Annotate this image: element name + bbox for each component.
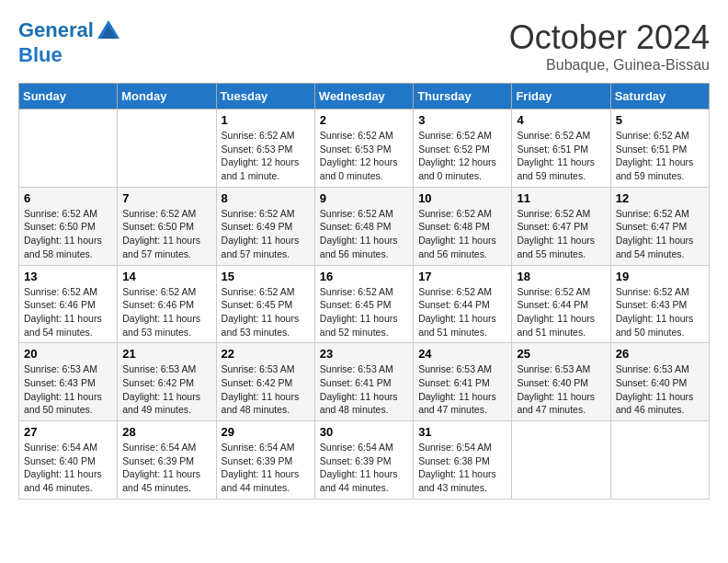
- day-number: 7: [122, 191, 210, 205]
- calendar-cell: 24Sunrise: 6:53 AMSunset: 6:41 PMDayligh…: [414, 343, 512, 421]
- day-number: 5: [616, 113, 704, 127]
- col-friday: Friday: [512, 84, 610, 109]
- calendar-cell: 8Sunrise: 6:52 AMSunset: 6:49 PMDaylight…: [216, 187, 314, 265]
- day-info: Sunrise: 6:54 AMSunset: 6:39 PMDaylight:…: [320, 441, 408, 495]
- calendar-cell: 20Sunrise: 6:53 AMSunset: 6:43 PMDayligh…: [19, 343, 118, 421]
- day-number: 29: [222, 425, 310, 439]
- col-wednesday: Wednesday: [314, 84, 413, 109]
- day-info: Sunrise: 6:52 AMSunset: 6:45 PMDaylight:…: [320, 285, 408, 339]
- day-number: 14: [122, 270, 210, 283]
- day-info: Sunrise: 6:52 AMSunset: 6:53 PMDaylight:…: [222, 129, 310, 183]
- calendar-table: Sunday Monday Tuesday Wednesday Thursday…: [18, 83, 710, 500]
- day-info: Sunrise: 6:52 AMSunset: 6:46 PMDaylight:…: [122, 285, 210, 339]
- month-title: October 2024: [509, 18, 710, 57]
- calendar-cell: 21Sunrise: 6:53 AMSunset: 6:42 PMDayligh…: [118, 343, 216, 421]
- calendar-week-5: 27Sunrise: 6:54 AMSunset: 6:40 PMDayligh…: [19, 421, 710, 500]
- calendar-cell: 10Sunrise: 6:52 AMSunset: 6:48 PMDayligh…: [414, 187, 512, 265]
- calendar-week-2: 6Sunrise: 6:52 AMSunset: 6:50 PMDaylight…: [19, 187, 710, 265]
- col-monday: Monday: [118, 84, 216, 109]
- calendar-cell: 15Sunrise: 6:52 AMSunset: 6:45 PMDayligh…: [216, 265, 314, 343]
- calendar-cell: 31Sunrise: 6:54 AMSunset: 6:38 PMDayligh…: [414, 421, 512, 500]
- day-info: Sunrise: 6:52 AMSunset: 6:50 PMDaylight:…: [24, 207, 112, 261]
- day-number: 20: [24, 347, 112, 361]
- day-number: 6: [24, 191, 112, 205]
- day-number: 18: [517, 270, 605, 283]
- calendar-cell: 1Sunrise: 6:52 AMSunset: 6:53 PMDaylight…: [216, 109, 314, 188]
- day-info: Sunrise: 6:53 AMSunset: 6:40 PMDaylight:…: [616, 362, 704, 417]
- calendar-cell: 17Sunrise: 6:52 AMSunset: 6:44 PMDayligh…: [414, 265, 512, 343]
- day-number: 31: [418, 425, 506, 439]
- day-info: Sunrise: 6:52 AMSunset: 6:48 PMDaylight:…: [320, 207, 408, 261]
- logo: General Blue: [18, 18, 121, 66]
- day-info: Sunrise: 6:52 AMSunset: 6:44 PMDaylight:…: [517, 285, 605, 339]
- day-info: Sunrise: 6:52 AMSunset: 6:49 PMDaylight:…: [222, 207, 310, 261]
- calendar-cell: 12Sunrise: 6:52 AMSunset: 6:47 PMDayligh…: [610, 187, 709, 265]
- page-header: General Blue October 2024 Bubaque, Guine…: [18, 18, 710, 74]
- day-number: 15: [222, 270, 310, 283]
- day-number: 4: [517, 113, 605, 127]
- day-number: 24: [418, 347, 506, 361]
- day-info: Sunrise: 6:52 AMSunset: 6:47 PMDaylight:…: [517, 207, 605, 261]
- day-number: 13: [24, 270, 112, 283]
- calendar-cell: 25Sunrise: 6:53 AMSunset: 6:40 PMDayligh…: [512, 343, 610, 421]
- col-saturday: Saturday: [610, 84, 709, 109]
- calendar-cell: 7Sunrise: 6:52 AMSunset: 6:50 PMDaylight…: [118, 187, 216, 265]
- calendar-cell: 26Sunrise: 6:53 AMSunset: 6:40 PMDayligh…: [610, 343, 709, 421]
- day-info: Sunrise: 6:53 AMSunset: 6:43 PMDaylight:…: [24, 362, 112, 417]
- day-number: 26: [616, 347, 704, 361]
- col-sunday: Sunday: [19, 84, 118, 109]
- title-block: October 2024 Bubaque, Guinea-Bissau: [509, 18, 710, 74]
- day-info: Sunrise: 6:54 AMSunset: 6:38 PMDaylight:…: [418, 441, 506, 495]
- calendar-cell: 16Sunrise: 6:52 AMSunset: 6:45 PMDayligh…: [314, 265, 413, 343]
- day-number: 10: [418, 191, 506, 205]
- col-thursday: Thursday: [414, 84, 512, 109]
- calendar-cell: 11Sunrise: 6:52 AMSunset: 6:47 PMDayligh…: [512, 187, 610, 265]
- calendar-cell: 5Sunrise: 6:52 AMSunset: 6:51 PMDaylight…: [610, 109, 709, 188]
- day-info: Sunrise: 6:54 AMSunset: 6:39 PMDaylight:…: [222, 441, 310, 495]
- day-info: Sunrise: 6:54 AMSunset: 6:39 PMDaylight:…: [122, 441, 210, 495]
- calendar-cell: 2Sunrise: 6:52 AMSunset: 6:53 PMDaylight…: [314, 109, 413, 188]
- calendar-cell: 18Sunrise: 6:52 AMSunset: 6:44 PMDayligh…: [512, 265, 610, 343]
- day-info: Sunrise: 6:53 AMSunset: 6:42 PMDaylight:…: [222, 362, 310, 417]
- calendar-cell: [512, 421, 610, 500]
- calendar-cell: 28Sunrise: 6:54 AMSunset: 6:39 PMDayligh…: [118, 421, 216, 500]
- day-info: Sunrise: 6:52 AMSunset: 6:45 PMDaylight:…: [222, 285, 310, 339]
- calendar-cell: 9Sunrise: 6:52 AMSunset: 6:48 PMDaylight…: [314, 187, 413, 265]
- day-info: Sunrise: 6:52 AMSunset: 6:48 PMDaylight:…: [418, 207, 506, 261]
- day-number: 19: [616, 270, 704, 283]
- day-info: Sunrise: 6:52 AMSunset: 6:53 PMDaylight:…: [320, 129, 408, 183]
- day-info: Sunrise: 6:53 AMSunset: 6:41 PMDaylight:…: [320, 362, 408, 417]
- calendar-cell: 14Sunrise: 6:52 AMSunset: 6:46 PMDayligh…: [118, 265, 216, 343]
- day-number: 9: [320, 191, 408, 205]
- day-info: Sunrise: 6:53 AMSunset: 6:42 PMDaylight:…: [122, 362, 210, 417]
- calendar-cell: 6Sunrise: 6:52 AMSunset: 6:50 PMDaylight…: [19, 187, 118, 265]
- calendar-week-4: 20Sunrise: 6:53 AMSunset: 6:43 PMDayligh…: [19, 343, 710, 421]
- day-info: Sunrise: 6:52 AMSunset: 6:46 PMDaylight:…: [24, 285, 112, 339]
- day-number: 1: [222, 113, 310, 127]
- calendar-week-3: 13Sunrise: 6:52 AMSunset: 6:46 PMDayligh…: [19, 265, 710, 343]
- day-info: Sunrise: 6:52 AMSunset: 6:51 PMDaylight:…: [616, 129, 704, 183]
- calendar-cell: 22Sunrise: 6:53 AMSunset: 6:42 PMDayligh…: [216, 343, 314, 421]
- day-number: 21: [122, 347, 210, 361]
- day-number: 3: [418, 113, 506, 127]
- day-number: 8: [222, 191, 310, 205]
- day-number: 16: [320, 270, 408, 283]
- calendar-cell: 27Sunrise: 6:54 AMSunset: 6:40 PMDayligh…: [19, 421, 118, 500]
- day-info: Sunrise: 6:52 AMSunset: 6:43 PMDaylight:…: [616, 285, 704, 339]
- location-subtitle: Bubaque, Guinea-Bissau: [509, 57, 710, 74]
- calendar-cell: [610, 421, 709, 500]
- calendar-cell: 3Sunrise: 6:52 AMSunset: 6:52 PMDaylight…: [414, 109, 512, 188]
- day-info: Sunrise: 6:52 AMSunset: 6:51 PMDaylight:…: [517, 129, 605, 183]
- day-number: 11: [517, 191, 605, 205]
- day-number: 22: [222, 347, 310, 361]
- day-info: Sunrise: 6:52 AMSunset: 6:50 PMDaylight:…: [122, 207, 210, 261]
- day-number: 12: [616, 191, 704, 205]
- day-number: 30: [320, 425, 408, 439]
- calendar-cell: 29Sunrise: 6:54 AMSunset: 6:39 PMDayligh…: [216, 421, 314, 500]
- day-number: 25: [517, 347, 605, 361]
- day-info: Sunrise: 6:52 AMSunset: 6:47 PMDaylight:…: [616, 207, 704, 261]
- col-tuesday: Tuesday: [216, 84, 314, 109]
- day-info: Sunrise: 6:53 AMSunset: 6:40 PMDaylight:…: [517, 362, 605, 417]
- day-number: 17: [418, 270, 506, 283]
- calendar-cell: 19Sunrise: 6:52 AMSunset: 6:43 PMDayligh…: [610, 265, 709, 343]
